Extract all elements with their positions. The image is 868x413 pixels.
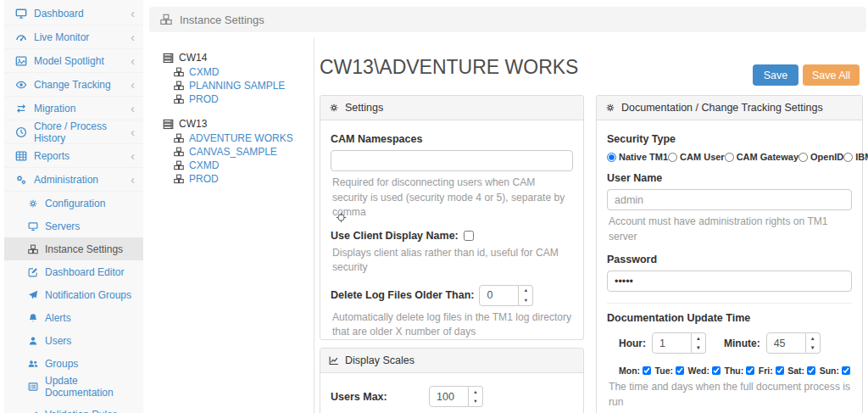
sidebar-item-dashboard[interactable]: Dashboard ‹: [4, 2, 143, 25]
tree-instance-cw14-cxmd[interactable]: CXMD: [174, 66, 314, 78]
sidebar-item-users[interactable]: Users: [4, 329, 143, 352]
spinner-down-button[interactable]: ▾: [469, 397, 482, 407]
delete-log-spinner: ▴ ▾: [479, 285, 533, 306]
cubes-icon: [174, 67, 184, 77]
user-name-input[interactable]: [607, 189, 852, 210]
documentation-settings-panel: Documentation / Change Tracking Settings…: [596, 95, 863, 413]
spinner-down-button[interactable]: ▾: [692, 343, 705, 354]
sidebar-item-reports[interactable]: Reports ‹: [4, 144, 143, 168]
radio-native-tm1[interactable]: Native TM1: [607, 152, 668, 162]
day-sun[interactable]: Sun:: [820, 366, 850, 376]
sidebar-item-live-monitor[interactable]: Live Monitor ‹: [4, 25, 143, 49]
tree-instance-cw13-canvas-sample[interactable]: CANVAS_SAMPLE: [174, 146, 314, 158]
password-label: Password: [607, 254, 852, 265]
sidebar-item-label: Instance Settings: [45, 243, 123, 255]
sat-checkbox[interactable]: [807, 366, 815, 375]
openid-radio[interactable]: [798, 153, 808, 162]
display-scales-panel-body: Users Max: ▴ ▾ The maximum number of use…: [320, 373, 583, 413]
display-scales-panel-heading: Display Scales: [320, 349, 583, 373]
tree-instance-cw13-cxmd[interactable]: CXMD: [174, 159, 314, 171]
tree-instance-cw13-prod[interactable]: PROD: [174, 173, 314, 185]
sidebar-item-change-tracking[interactable]: Change Tracking ‹: [4, 73, 143, 97]
minute-input[interactable]: [766, 332, 806, 354]
users-max-spinner: ▴ ▾: [429, 386, 483, 407]
day-mon[interactable]: Mon:: [619, 366, 651, 376]
sidebar-item-migration[interactable]: Migration ‹: [4, 97, 143, 120]
spinner-up-button[interactable]: ▴: [469, 387, 482, 397]
wed-checkbox[interactable]: [712, 366, 721, 375]
save-button[interactable]: Save: [753, 64, 798, 86]
ibmid-radio[interactable]: [843, 153, 853, 162]
cubes-icon: [160, 14, 172, 25]
tree-instance-cw14-planning-sample[interactable]: PLANNING SAMPLE: [174, 80, 314, 92]
cam-user-radio[interactable]: [668, 153, 677, 162]
spinner-buttons: ▴ ▾: [692, 332, 706, 354]
password-input[interactable]: [607, 271, 852, 292]
chevron-left-icon: ‹: [131, 54, 135, 67]
tree-group-cw13[interactable]: CW13: [163, 118, 314, 130]
desktop-icon: [28, 221, 38, 232]
cam-gateway-radio[interactable]: [725, 153, 734, 162]
hour-input[interactable]: [652, 332, 692, 354]
radio-label: CAM Gateway: [737, 152, 798, 162]
native-tm1-radio[interactable]: [607, 153, 616, 162]
list-icon: [28, 382, 38, 392]
radio-cam-gateway[interactable]: CAM Gateway: [725, 152, 798, 162]
sidebar-item-instance-settings[interactable]: Instance Settings: [4, 237, 143, 260]
radio-openid[interactable]: OpenID: [798, 152, 843, 162]
delete-log-input[interactable]: [479, 285, 519, 306]
sidebar-item-dashboard-editor[interactable]: Dashboard Editor: [4, 260, 143, 283]
day-fri[interactable]: Fri:: [759, 366, 784, 376]
cubes-icon: [174, 174, 184, 184]
day-tue[interactable]: Tue:: [655, 366, 684, 376]
tree-instance-cw14-prod[interactable]: PROD: [174, 93, 314, 105]
users-max-input[interactable]: [429, 386, 469, 407]
spinner-down-button[interactable]: ▾: [806, 343, 820, 354]
sidebar-item-notification-groups[interactable]: Notification Groups: [4, 283, 143, 306]
spinner-up-button[interactable]: ▴: [519, 286, 532, 296]
spinner-down-button[interactable]: ▾: [519, 295, 532, 305]
sidebar-item-servers[interactable]: Servers: [4, 215, 143, 237]
use-client-display-name-checkbox[interactable]: [464, 231, 474, 241]
page-header: Instance Settings: [149, 7, 866, 32]
tree-group-cw14[interactable]: CW14: [163, 52, 314, 64]
divider: [607, 303, 852, 304]
day-wed[interactable]: Wed:: [688, 366, 721, 376]
radio-label: Native TM1: [619, 152, 668, 162]
sidebar-item-groups[interactable]: Groups: [4, 352, 143, 375]
day-label: Tue:: [655, 366, 673, 376]
sidebar-item-label: Update Documentation: [45, 375, 135, 399]
gear-icon: [28, 198, 38, 209]
day-thu[interactable]: Thu:: [725, 366, 755, 376]
sidebar-item-validation-rules[interactable]: Validation Rules: [4, 403, 143, 413]
day-sat[interactable]: Sat:: [787, 366, 815, 376]
spinner-up-button[interactable]: ▴: [692, 333, 705, 343]
cam-namespaces-input[interactable]: [331, 150, 573, 171]
documentation-update-time-label: Documentation Update Time: [607, 312, 852, 324]
radio-cam-user[interactable]: CAM User: [668, 152, 725, 162]
sidebar-item-chore-process-history[interactable]: Chore / Process History ‹: [4, 120, 143, 144]
sidebar-item-administration[interactable]: Administration ‹: [4, 168, 143, 192]
edit-icon: [28, 267, 38, 277]
sidebar-item-label: Live Monitor: [34, 31, 89, 43]
sidebar-item-update-documentation[interactable]: Update Documentation: [4, 375, 143, 398]
thu-checkbox[interactable]: [746, 366, 754, 375]
sun-checkbox[interactable]: [842, 366, 850, 375]
radio-ibmid[interactable]: IBMID: [843, 152, 868, 162]
sidebar-item-alerts[interactable]: Alerts: [4, 306, 143, 329]
radio-label: CAM User: [680, 152, 725, 162]
save-all-button[interactable]: Save All: [803, 64, 860, 86]
sidebar-item-model-spotlight[interactable]: Model Spotlight ‹: [4, 49, 143, 73]
sidebar-item-label: Users: [45, 335, 71, 347]
day-label: Sun:: [820, 366, 839, 376]
fri-checkbox[interactable]: [776, 366, 784, 375]
tree-instance-cw13-adventure-works[interactable]: ADVENTURE WORKS: [174, 132, 314, 144]
day-label: Thu:: [725, 366, 744, 376]
security-type-label: Security Type: [607, 133, 852, 145]
mon-checkbox[interactable]: [643, 366, 651, 375]
tree-instance-label: PROD: [189, 173, 219, 185]
sidebar-item-configuration[interactable]: Configuration: [4, 192, 143, 215]
instance-tree: CW14 CXMD PLANNING SAMPLE PROD CW13 ADVE…: [149, 38, 314, 413]
tue-checkbox[interactable]: [676, 366, 684, 375]
spinner-up-button[interactable]: ▴: [806, 333, 820, 343]
